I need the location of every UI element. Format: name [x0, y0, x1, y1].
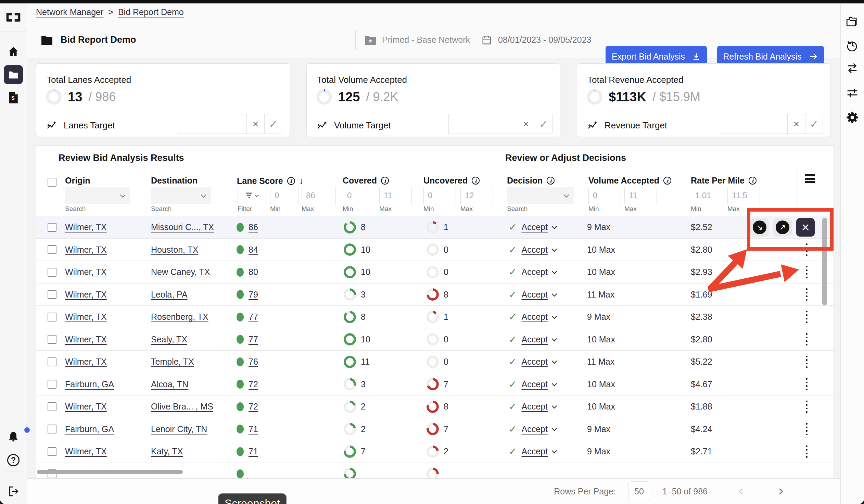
- lane-score-link[interactable]: 77: [249, 335, 258, 345]
- target-input[interactable]: [448, 114, 517, 134]
- row-checkbox[interactable]: [48, 358, 57, 367]
- row-checkbox[interactable]: [48, 380, 57, 388]
- destination-link[interactable]: Alcoa, TN: [151, 379, 188, 389]
- destination-link[interactable]: Houston, TX: [151, 245, 199, 255]
- target-input[interactable]: [178, 114, 247, 134]
- lane-score-link[interactable]: 71: [249, 446, 258, 456]
- sort-desc-icon[interactable]: ↓: [299, 176, 304, 186]
- lane-score-link[interactable]: 72: [249, 379, 258, 389]
- row-menu-button[interactable]: [803, 353, 810, 371]
- lane-score-max-input[interactable]: [302, 187, 336, 204]
- info-icon[interactable]: i: [663, 177, 671, 184]
- row-checkbox[interactable]: [48, 402, 57, 411]
- date-range-picker[interactable]: 08/01/2023 - 09/05/2023: [482, 21, 591, 59]
- row-checkbox[interactable]: [48, 268, 57, 277]
- sidebar-item-home[interactable]: [8, 46, 19, 58]
- previous-page-button[interactable]: [739, 488, 745, 494]
- col-lane-score[interactable]: Lane Scorei↓: [237, 176, 304, 186]
- covered-max-input[interactable]: [379, 187, 412, 204]
- row-menu-button[interactable]: [803, 398, 810, 416]
- apply-target-button[interactable]: ✓: [535, 114, 552, 134]
- tool-transfer[interactable]: [846, 62, 859, 74]
- info-icon[interactable]: i: [749, 177, 756, 184]
- apply-target-button[interactable]: ✓: [264, 114, 282, 134]
- tool-settings-adjust[interactable]: [846, 86, 859, 99]
- row-menu-button[interactable]: [803, 241, 810, 259]
- breadcrumb-network-manager[interactable]: Network Manager: [36, 7, 104, 17]
- lane-score-link[interactable]: 76: [249, 357, 258, 367]
- origin-link[interactable]: Wilmer, TX: [65, 290, 107, 300]
- covered-min-input[interactable]: [343, 187, 375, 204]
- lane-score-link[interactable]: 77: [249, 312, 258, 322]
- destination-link[interactable]: Lenoir City, TN: [151, 424, 207, 434]
- lane-score-link[interactable]: 84: [249, 245, 258, 255]
- decision-select[interactable]: Accept: [521, 446, 547, 456]
- origin-link[interactable]: Fairburn, GA: [65, 424, 114, 434]
- origin-link[interactable]: Wilmer, TX: [65, 401, 107, 411]
- destination-link[interactable]: Leola, PA: [151, 290, 188, 300]
- sidebar-item-invoices[interactable]: $: [8, 92, 19, 104]
- destination-link[interactable]: Sealy, TX: [151, 335, 187, 345]
- row-menu-button[interactable]: [803, 308, 810, 326]
- origin-link[interactable]: Wilmer, TX: [65, 245, 107, 255]
- row-checkbox[interactable]: [48, 290, 57, 299]
- decision-select[interactable]: Accept: [521, 312, 547, 322]
- info-icon[interactable]: i: [547, 177, 554, 184]
- decision-select[interactable]: Accept: [521, 357, 547, 367]
- row-menu-button[interactable]: [803, 420, 810, 438]
- close-popup-button[interactable]: ✕: [796, 218, 815, 237]
- row-checkbox[interactable]: [48, 335, 57, 344]
- next-page-button[interactable]: [777, 488, 783, 494]
- origin-link[interactable]: Wilmer, TX: [65, 222, 107, 232]
- decision-select[interactable]: Accept: [521, 401, 547, 411]
- lane-score-link[interactable]: 79: [249, 290, 258, 300]
- move-up-action-button[interactable]: ↗: [773, 218, 792, 237]
- row-checkbox[interactable]: [48, 245, 57, 254]
- row-menu-button[interactable]: [803, 443, 810, 460]
- row-checkbox[interactable]: [48, 313, 57, 322]
- column-settings-button[interactable]: [805, 174, 815, 184]
- row-menu-button[interactable]: [803, 375, 810, 393]
- destination-link[interactable]: Temple, TX: [151, 357, 194, 367]
- origin-filter-select[interactable]: [65, 187, 130, 204]
- select-all-checkbox[interactable]: [48, 178, 57, 187]
- lane-score-link[interactable]: 86: [249, 222, 258, 232]
- origin-link[interactable]: Wilmer, TX: [65, 312, 107, 322]
- origin-link[interactable]: Wilmer, TX: [65, 357, 107, 367]
- origin-link[interactable]: Wilmer, TX: [65, 446, 107, 456]
- info-icon[interactable]: i: [381, 177, 389, 184]
- info-icon[interactable]: i: [287, 177, 295, 185]
- destination-link[interactable]: Missouri C..., TX: [151, 222, 214, 232]
- clear-target-button[interactable]: ×: [787, 114, 805, 134]
- volume-max-input[interactable]: [624, 187, 657, 204]
- info-icon[interactable]: i: [472, 177, 480, 184]
- tool-settings[interactable]: [846, 111, 859, 124]
- tool-history[interactable]: [846, 38, 859, 51]
- destination-filter-select[interactable]: [151, 187, 211, 204]
- decision-select[interactable]: Accept: [521, 379, 547, 389]
- decision-select[interactable]: Accept: [521, 424, 547, 434]
- rate-max-input[interactable]: [728, 187, 760, 204]
- rows-per-page-select[interactable]: 50: [628, 481, 650, 501]
- clear-target-button[interactable]: ×: [517, 114, 535, 134]
- vertical-scrollbar[interactable]: [822, 218, 827, 305]
- row-checkbox[interactable]: [48, 447, 57, 456]
- move-down-action-button[interactable]: ↘: [751, 218, 769, 237]
- lane-score-min-input[interactable]: [270, 187, 299, 204]
- origin-link[interactable]: Wilmer, TX: [65, 335, 107, 345]
- decision-filter-select[interactable]: [507, 187, 574, 204]
- row-menu-button[interactable]: [803, 286, 810, 303]
- rate-min-input[interactable]: [691, 187, 723, 204]
- decision-select[interactable]: Accept: [521, 222, 547, 232]
- decision-select[interactable]: Accept: [521, 267, 547, 277]
- decision-select[interactable]: Accept: [521, 290, 547, 300]
- network-selector[interactable]: ★ Primed - Base Network: [365, 21, 470, 59]
- destination-link[interactable]: Olive Bra... , MS: [151, 401, 213, 411]
- lane-score-link[interactable]: 80: [249, 267, 258, 277]
- lane-score-link[interactable]: 71: [249, 424, 258, 434]
- lane-score-link[interactable]: 72: [249, 401, 258, 411]
- row-menu-button[interactable]: [803, 263, 810, 281]
- row-checkbox[interactable]: [48, 424, 57, 433]
- decision-select[interactable]: Accept: [521, 335, 547, 345]
- destination-link[interactable]: Rosenberg, TX: [151, 312, 208, 322]
